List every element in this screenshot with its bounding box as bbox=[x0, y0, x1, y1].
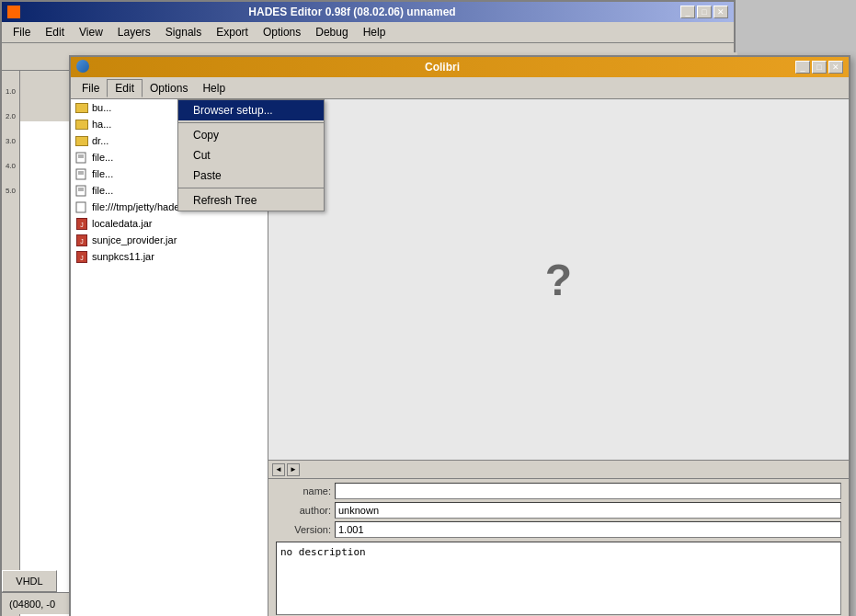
hades-menu-view[interactable]: View bbox=[72, 24, 110, 40]
vhdl-button[interactable]: VHDL bbox=[2, 570, 57, 592]
status-text: (04800, -0 bbox=[9, 599, 55, 610]
colibri-title: Colibri bbox=[89, 61, 795, 74]
folder-icon-bu bbox=[74, 101, 89, 114]
dropdown-browser-setup[interactable]: Browser setup... bbox=[178, 100, 324, 120]
preview-panel: ? ◄ ► name: author: Version: bbox=[268, 99, 849, 616]
hades-maximize-btn[interactable]: □ bbox=[697, 6, 712, 18]
file-name-sunpkcs: sunpkcs11.jar bbox=[92, 251, 154, 262]
name-label: name: bbox=[276, 485, 331, 496]
nav-forward-btn[interactable]: ► bbox=[287, 463, 300, 476]
author-row: author: bbox=[276, 502, 841, 519]
colibri-minimize-btn[interactable]: _ bbox=[795, 61, 810, 74]
file-item-localedata[interactable]: J localedata.jar bbox=[71, 215, 268, 232]
file-icon-3 bbox=[74, 184, 89, 197]
nav-back-btn[interactable]: ◄ bbox=[272, 463, 285, 476]
hades-menu-layers[interactable]: Layers bbox=[110, 24, 158, 40]
dropdown-cut[interactable]: Cut bbox=[178, 145, 324, 165]
version-label: Version: bbox=[276, 524, 331, 535]
description-box: no description bbox=[276, 542, 841, 615]
file-name-dr: dr... bbox=[92, 135, 108, 146]
file-item-sunpkcs[interactable]: J sunpkcs11.jar bbox=[71, 248, 268, 265]
info-panel: name: author: Version: no description bbox=[268, 479, 849, 616]
colibri-title-buttons: _ □ ✕ bbox=[795, 61, 843, 74]
hades-icon bbox=[7, 6, 20, 18]
file-name-bu: bu... bbox=[92, 102, 111, 113]
ruler-mark-2: 2.0 bbox=[6, 112, 16, 120]
hades-menu-file[interactable]: File bbox=[6, 24, 38, 40]
colibri-window: Colibri _ □ ✕ File Edit Options Help Bro… bbox=[69, 55, 850, 616]
file-item-sunjce[interactable]: J sunjce_provider.jar bbox=[71, 232, 268, 248]
version-row: Version: bbox=[276, 521, 841, 538]
jar-icon-sunpkcs: J bbox=[74, 250, 89, 263]
hades-menu-debug[interactable]: Debug bbox=[308, 24, 355, 40]
colibri-menu-file[interactable]: File bbox=[74, 80, 107, 97]
hades-menu-edit[interactable]: Edit bbox=[38, 24, 72, 40]
hades-menu-help[interactable]: Help bbox=[356, 24, 394, 40]
file-icon-webde bbox=[74, 200, 89, 213]
colibri-maximize-btn[interactable]: □ bbox=[812, 61, 827, 74]
edit-dropdown-menu: Browser setup... Copy Cut Paste Refresh … bbox=[177, 99, 325, 211]
dropdown-separator-1 bbox=[178, 122, 324, 123]
folder-icon-ha bbox=[74, 118, 89, 131]
name-row: name: bbox=[276, 483, 841, 499]
dropdown-separator-2 bbox=[178, 188, 324, 188]
ruler-mark-3: 3.0 bbox=[6, 137, 16, 145]
hades-menu-options[interactable]: Options bbox=[256, 24, 308, 40]
preview-nav: ◄ ► bbox=[268, 461, 849, 479]
preview-question-mark: ? bbox=[545, 255, 572, 305]
jar-icon-sunjce: J bbox=[74, 234, 89, 246]
jar-icon-localedata: J bbox=[74, 217, 89, 230]
ruler-left: 1.0 2.0 3.0 4.0 5.0 bbox=[2, 71, 20, 616]
hades-titlebar: HADES Editor 0.98f (08.02.06) unnamed _ … bbox=[2, 2, 734, 22]
file-icon-1 bbox=[74, 151, 89, 164]
colibri-close-btn[interactable]: ✕ bbox=[828, 61, 843, 74]
file-name-sunjce: sunjce_provider.jar bbox=[92, 234, 177, 245]
colibri-menu-options[interactable]: Options bbox=[143, 80, 195, 97]
hades-close-btn[interactable]: ✕ bbox=[713, 6, 728, 18]
name-input[interactable] bbox=[335, 483, 841, 499]
dropdown-refresh-tree[interactable]: Refresh Tree bbox=[178, 190, 324, 211]
author-label: author: bbox=[276, 505, 331, 516]
hades-menu-export[interactable]: Export bbox=[209, 24, 256, 40]
author-input[interactable] bbox=[335, 502, 841, 519]
ruler-mark-1: 1.0 bbox=[6, 87, 16, 96]
colibri-titlebar: Colibri _ □ ✕ bbox=[71, 57, 849, 77]
svg-rect-9 bbox=[76, 202, 86, 212]
dropdown-paste[interactable]: Paste bbox=[178, 165, 324, 186]
version-input[interactable] bbox=[335, 521, 841, 538]
hades-menu-signals[interactable]: Signals bbox=[158, 24, 209, 40]
file-name-3: file... bbox=[92, 185, 113, 196]
hades-title-buttons: _ □ ✕ bbox=[680, 6, 728, 18]
colibri-menu-edit[interactable]: Edit bbox=[107, 79, 143, 97]
ruler-mark-5: 5.0 bbox=[6, 187, 16, 195]
hades-menubar: File Edit View Layers Signals Export Opt… bbox=[2, 22, 734, 43]
hades-title: HADES Editor 0.98f (08.02.06) unnamed bbox=[248, 6, 455, 18]
hades-minimize-btn[interactable]: _ bbox=[680, 6, 695, 18]
file-icon-2 bbox=[74, 167, 89, 180]
ruler-mark-4: 4.0 bbox=[6, 162, 16, 170]
file-name-localedata: localedata.jar bbox=[92, 218, 152, 229]
file-name-1: file... bbox=[92, 152, 113, 163]
preview-canvas: ? bbox=[268, 99, 849, 461]
file-name-ha: ha... bbox=[92, 119, 111, 130]
colibri-menubar: File Edit Options Help bbox=[71, 77, 849, 99]
colibri-globe-icon bbox=[76, 60, 89, 75]
folder-icon-dr bbox=[74, 134, 89, 147]
dropdown-copy[interactable]: Copy bbox=[178, 125, 324, 145]
file-name-2: file... bbox=[92, 168, 113, 179]
colibri-menu-help[interactable]: Help bbox=[195, 80, 233, 97]
